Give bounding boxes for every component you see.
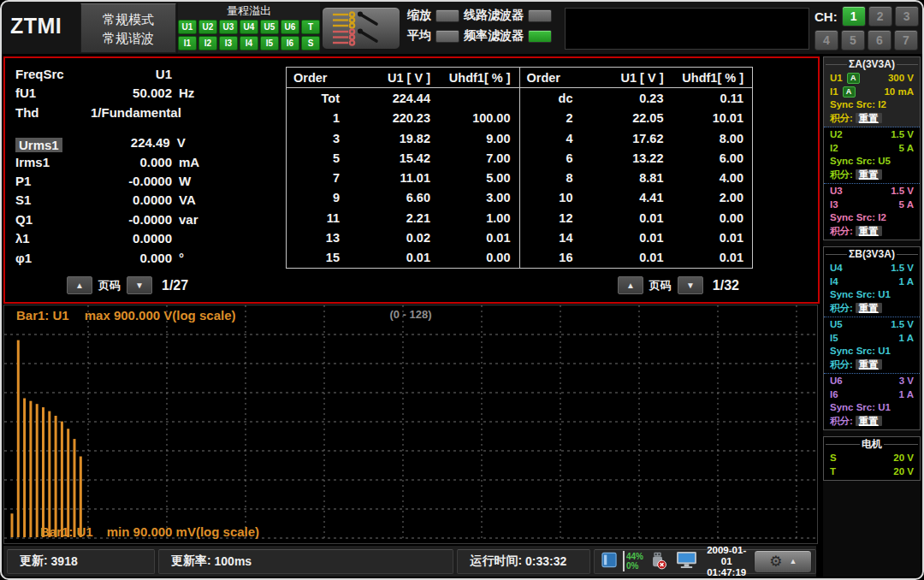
measurement-row[interactable]: Thd1/Fundamental	[15, 105, 199, 124]
mode-line-2: 常规谐波	[81, 31, 175, 45]
runtime-cell: 运行时间: 0:33:32	[457, 549, 590, 574]
sidebar-group: 电机S20 VT20 V	[823, 436, 921, 481]
table-cell: 5	[287, 151, 340, 165]
sync-source-label: Sync Src: I2	[824, 98, 920, 112]
integration-reset-button[interactable]: 重置	[856, 416, 882, 426]
harmonic-table: OrderU1 [ V ]Uhdf1[ % ]Tot224.441220.231…	[286, 67, 753, 269]
table-cell: 19.82	[340, 132, 430, 145]
harmonic-bar-9	[67, 429, 69, 537]
table-cell: 5.00	[430, 171, 519, 185]
sidebar-section[interactable]: U21.5 VI25 ASync Src: U5积分:重置	[824, 127, 920, 184]
integration-reset-button[interactable]: 重置	[856, 169, 882, 180]
integration-reset-button[interactable]: 重置	[856, 226, 882, 236]
chart-min-label: min 90.000 mV(log scale)	[107, 524, 259, 539]
harmonic-table-pager: ▲ 页码 ▼ 1/32	[618, 276, 739, 294]
element-name: I3	[830, 198, 838, 212]
monitor-icon[interactable]	[676, 551, 697, 571]
table-cell: 6.00	[664, 151, 753, 165]
measurement-value: 0.0000	[91, 192, 172, 207]
measurement-row[interactable]: φ10.000°	[15, 251, 199, 269]
page-down-button[interactable]: ▼	[127, 276, 152, 294]
zoom-toggle[interactable]	[435, 9, 459, 22]
table-page-down-button[interactable]: ▼	[678, 276, 703, 294]
sidebar-section[interactable]: U1A300 VI1A10 mASync Src: I2积分:重置	[824, 71, 920, 127]
table-cell: 3	[287, 132, 340, 145]
mode-selector-button[interactable]: 常规模式 常规谐波	[80, 3, 176, 53]
table-cell: 0.00	[664, 211, 753, 225]
measurement-row[interactable]: S10.0000VA	[15, 192, 199, 211]
channel-button-5[interactable]: 5	[841, 30, 865, 50]
caret-up-icon: ▲	[789, 557, 797, 565]
table-header-cell: Uhdf1[ % ]	[664, 71, 753, 85]
table-row: 104.412.00	[520, 188, 753, 208]
measurement-row[interactable]: Urms1224.49V	[15, 135, 199, 154]
table-cell: 0.00	[430, 251, 519, 264]
table-cell: Tot	[287, 92, 340, 105]
harmonic-bar-chart: Bar1: U1 max 900.000 V(log scale) (0 - 1…	[3, 305, 818, 544]
table-cell: 1	[287, 111, 340, 125]
measurement-row[interactable]: λ10.0000	[15, 231, 199, 250]
table-row: 140.010.01	[520, 228, 753, 247]
table-page-up-button[interactable]: ▲	[618, 276, 643, 294]
range-value: 5 A	[899, 198, 914, 212]
sidebar-section[interactable]: U31.5 VI35 ASync Src: I2积分:重置	[824, 184, 920, 240]
frequency-filter-toggle[interactable]	[528, 30, 552, 43]
chart-series-label: Bar1: U1	[16, 308, 69, 323]
table-cell: 22.05	[573, 111, 664, 125]
sidebar-section[interactable]: U63 VI61 ASync Src: U1积分:重置	[824, 374, 920, 429]
measurement-label: fU1	[15, 86, 91, 100]
usb-error-icon[interactable]	[649, 551, 667, 572]
wiring-settings-button[interactable]	[322, 7, 400, 50]
measurement-label: S1	[15, 192, 91, 207]
harmonic-bar-1	[17, 340, 20, 537]
auto-range-badge: A	[847, 73, 860, 84]
sidebar-section[interactable]: U51.5 VI51 ASync Src: U1积分:重置	[824, 317, 920, 374]
channel-button-1[interactable]: 1	[842, 6, 866, 27]
settings-button[interactable]: ⚙ ▲	[754, 550, 812, 573]
table-page-label: 页码	[649, 278, 672, 293]
range-value: 1 A	[899, 275, 914, 289]
measurement-value: 0.000	[91, 251, 172, 265]
table-cell: 8	[520, 171, 573, 185]
page-up-button[interactable]: ▲	[67, 276, 92, 294]
range-overflow-title: 量程溢出	[178, 3, 320, 18]
integration-reset-button[interactable]: 重置	[856, 303, 882, 313]
sidebar-section[interactable]: U41.5 VI41 ASync Src: U1积分:重置	[824, 261, 920, 317]
channel-button-3[interactable]: 3	[895, 6, 919, 27]
sidebar-group-title: ΣA(3V3A)	[824, 57, 920, 71]
measurement-row[interactable]: fU150.002Hz	[15, 86, 199, 104]
range-value: 10 mA	[884, 86, 914, 99]
channel-button-2[interactable]: 2	[868, 6, 892, 27]
measurement-value: 0.0000	[91, 231, 172, 246]
channel-button-4[interactable]: 4	[814, 30, 838, 50]
sync-source-label: Sync Src: U5	[824, 155, 920, 169]
bar-chart-canvas	[4, 305, 815, 542]
harmonic-bar-2	[23, 399, 26, 538]
measurement-label: Q1	[15, 212, 91, 227]
element-name: U3	[830, 185, 843, 198]
channel-label: CH:	[814, 9, 838, 24]
sidebar-section[interactable]: S20 VT20 V	[824, 451, 920, 480]
integration-reset-button[interactable]: 重置	[856, 359, 882, 370]
table-cell: 2	[520, 111, 573, 125]
channel-button-6[interactable]: 6	[868, 30, 891, 50]
average-label: 平均	[407, 28, 431, 44]
range-value: 1.5 V	[891, 318, 914, 332]
line-filter-toggle[interactable]	[528, 9, 552, 22]
average-toggle[interactable]	[435, 30, 459, 43]
measurement-row[interactable]: Irms10.000mA	[15, 155, 199, 174]
update-label: 更新:	[20, 553, 48, 569]
integration-label: 积分:	[830, 303, 853, 313]
element-name: I1A	[830, 86, 856, 99]
channel-button-7[interactable]: 7	[894, 30, 918, 50]
integration-reset-button[interactable]: 重置	[856, 113, 882, 123]
measurement-row[interactable]: FreqSrcU1	[15, 67, 199, 86]
measurement-row[interactable]: Q1-0.0000var	[15, 212, 199, 231]
integration-label: 积分:	[830, 416, 853, 426]
message-display	[565, 8, 809, 50]
gear-icon: ⚙	[769, 554, 782, 569]
measurement-row[interactable]: P1-0.0000W	[15, 174, 199, 192]
sidebar-group: ΣA(3V3A)U1A300 VI1A10 mASync Src: I2积分:重…	[823, 56, 921, 240]
table-row: 1220.23100.00	[287, 109, 519, 128]
element-name: T	[830, 465, 836, 479]
